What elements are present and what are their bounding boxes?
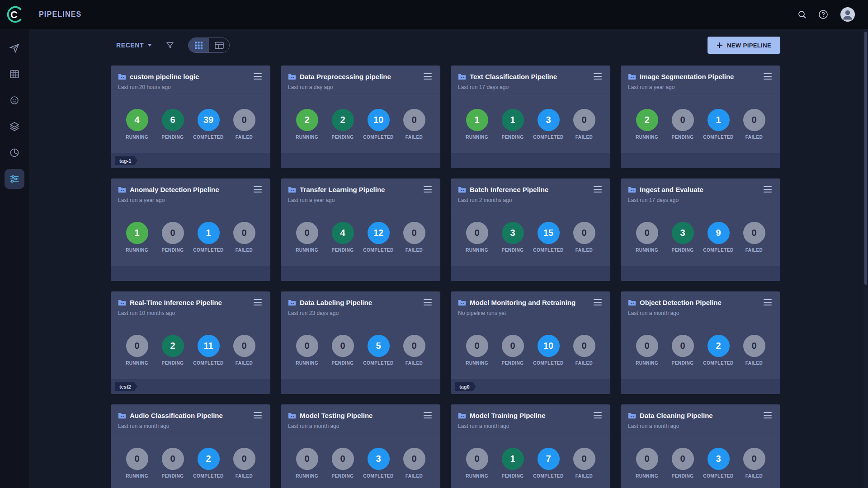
- stat-label-pending: PENDING: [501, 474, 524, 479]
- pipeline-tag[interactable]: tag0: [455, 382, 476, 391]
- filter-icon: [165, 41, 175, 50]
- card-menu-icon[interactable]: [422, 185, 433, 194]
- stat-count-running: 2: [296, 109, 318, 131]
- sidebar-item-models[interactable]: [5, 90, 24, 110]
- card-menu-icon[interactable]: [762, 411, 773, 420]
- avatar[interactable]: [840, 7, 855, 22]
- card-head: custom pipeline logic Last run 20 hours …: [111, 66, 270, 95]
- pipeline-folder-icon: [288, 186, 296, 193]
- sidebar-item-projects[interactable]: [5, 38, 24, 58]
- stat-label-failed: FAILED: [576, 361, 593, 366]
- stat-count-pending: 0: [672, 109, 694, 131]
- stat-count-completed: 12: [368, 222, 390, 244]
- pipeline-card[interactable]: Data Labeling Pipeline Last run 23 days …: [281, 291, 440, 394]
- card-footer: [451, 153, 610, 168]
- card-menu-icon[interactable]: [252, 298, 263, 307]
- table-view-button[interactable]: [209, 38, 229, 52]
- stat-label-running: RUNNING: [126, 135, 148, 140]
- pipeline-card[interactable]: Audio Classification Pipeline Last run a…: [111, 404, 270, 488]
- last-run-text: Last run a month ago: [628, 310, 773, 316]
- card-menu-icon[interactable]: [592, 185, 603, 194]
- stat-label-running: RUNNING: [466, 474, 488, 479]
- stat-pending: 0PENDING: [327, 335, 358, 366]
- pipeline-card[interactable]: Anomaly Detection Pipeline Last run a ye…: [111, 178, 270, 281]
- stat-count-pending: 1: [502, 109, 524, 131]
- stat-count-running: 1: [466, 109, 488, 131]
- card-menu-icon[interactable]: [592, 298, 603, 307]
- sidebar-item-datasets[interactable]: [5, 64, 24, 84]
- stat-count-failed: 0: [573, 335, 595, 357]
- stat-count-running: 0: [466, 448, 488, 470]
- stat-completed: 2COMPLETED: [703, 335, 734, 366]
- pipeline-folder-icon: [288, 73, 296, 80]
- card-menu-icon[interactable]: [422, 298, 433, 307]
- stat-pending: 3PENDING: [497, 222, 528, 253]
- card-menu-icon[interactable]: [592, 411, 603, 420]
- stat-running: 4RUNNING: [122, 109, 152, 140]
- header-actions: [797, 7, 855, 22]
- card-stats: 1RUNNING1PENDING3COMPLETED0FAILED: [451, 95, 610, 153]
- card-menu-icon[interactable]: [252, 72, 263, 81]
- pipeline-card[interactable]: Data Preprocessing pipeline Last run a d…: [281, 66, 440, 168]
- pipeline-card[interactable]: Model Testing Pipeline Last run a month …: [281, 404, 440, 488]
- card-head: Data Labeling Pipeline Last run 23 days …: [281, 291, 440, 321]
- stat-failed: 0FAILED: [229, 335, 259, 366]
- pipeline-tag[interactable]: tag-1: [115, 156, 137, 165]
- card-menu-icon[interactable]: [762, 298, 773, 307]
- pipeline-card[interactable]: Object Detection Pipeline Last run a mon…: [621, 291, 780, 394]
- card-menu-icon[interactable]: [252, 185, 263, 194]
- stat-count-failed: 0: [233, 222, 255, 244]
- stat-pending: 0PENDING: [667, 109, 698, 140]
- stat-label-running: RUNNING: [636, 248, 658, 253]
- grid-view-button[interactable]: [189, 38, 209, 52]
- sidebar-item-applications[interactable]: [5, 143, 24, 163]
- pipeline-tag[interactable]: test2: [115, 382, 137, 391]
- card-menu-icon[interactable]: [592, 72, 603, 81]
- pipeline-card[interactable]: Data Cleaning Pipeline Last run a month …: [621, 404, 780, 488]
- search-icon[interactable]: [797, 10, 807, 19]
- stat-completed: 3COMPLETED: [703, 448, 734, 479]
- pipeline-card[interactable]: custom pipeline logic Last run 20 hours …: [111, 66, 270, 168]
- card-menu-icon[interactable]: [762, 185, 773, 194]
- sidebar-item-pipelines[interactable]: [5, 169, 24, 189]
- card-footer: [281, 379, 440, 394]
- card-menu-icon[interactable]: [422, 411, 433, 420]
- clearml-logo[interactable]: C: [0, 0, 29, 29]
- pipeline-card[interactable]: Model Monitoring and Retraining No pipel…: [451, 291, 610, 394]
- stat-label-completed: COMPLETED: [363, 248, 393, 253]
- pipeline-card[interactable]: Text Classification Pipeline Last run 17…: [451, 66, 610, 168]
- scrollbar-thumb[interactable]: [864, 32, 867, 285]
- stat-running: 1RUNNING: [122, 222, 152, 253]
- pipeline-card[interactable]: Ingest and Evaluate Last run 17 days ago…: [621, 178, 780, 281]
- pipeline-card[interactable]: Model Training Pipeline Last run a month…: [451, 404, 610, 488]
- stat-label-completed: COMPLETED: [703, 135, 733, 140]
- filter-button[interactable]: [165, 41, 175, 50]
- pipeline-title: Model Testing Pipeline: [300, 412, 373, 419]
- card-menu-icon[interactable]: [762, 72, 773, 81]
- pipeline-card[interactable]: Real-Time Inference Pipeline Last run 10…: [111, 291, 270, 394]
- stat-count-completed: 39: [198, 109, 220, 131]
- card-stats: 0RUNNING0PENDING3COMPLETED0FAILED: [621, 434, 780, 488]
- sidebar-item-reports[interactable]: [5, 117, 24, 136]
- card-menu-icon[interactable]: [422, 72, 433, 81]
- sort-dropdown[interactable]: RECENT: [111, 42, 152, 49]
- card-head: Model Training Pipeline Last run a month…: [451, 404, 610, 434]
- last-run-text: No pipeline runs yet: [458, 310, 603, 316]
- new-pipeline-button[interactable]: NEW PIPELINE: [708, 37, 780, 54]
- stat-count-pending: 1: [502, 448, 524, 470]
- last-run-text: Last run 17 days ago: [458, 84, 603, 90]
- pipeline-card[interactable]: Batch Inference Pipeline Last run 2 mont…: [451, 178, 610, 281]
- pipeline-card[interactable]: Transfer Learning Pipeline Last run a ye…: [281, 178, 440, 281]
- stat-count-completed: 3: [368, 448, 390, 470]
- stat-completed: 1COMPLETED: [193, 222, 224, 253]
- help-icon[interactable]: [818, 9, 828, 19]
- stat-failed: 0FAILED: [739, 109, 769, 140]
- pipeline-card[interactable]: Image Segmentation Pipeline Last run a y…: [621, 66, 780, 168]
- card-stats: 1RUNNING0PENDING1COMPLETED0FAILED: [111, 208, 270, 266]
- stat-count-completed: 3: [708, 448, 730, 470]
- card-menu-icon[interactable]: [252, 411, 263, 420]
- pipeline-title: Batch Inference Pipeline: [470, 186, 548, 193]
- stat-pending: 0PENDING: [667, 448, 698, 479]
- stat-count-completed: 1: [198, 222, 220, 244]
- stat-label-running: RUNNING: [466, 361, 488, 366]
